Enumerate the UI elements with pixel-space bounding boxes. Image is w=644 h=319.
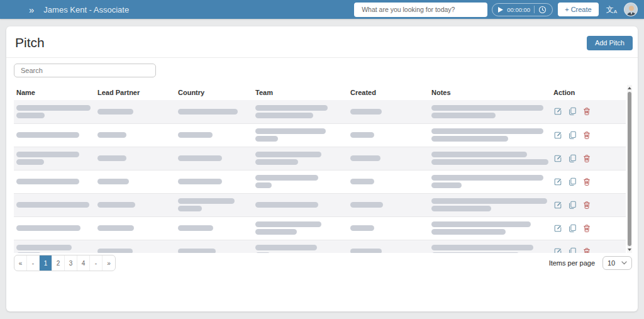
- search-input[interactable]: [14, 64, 156, 77]
- cell-country: [175, 147, 253, 170]
- app-root: » James Kent - Associate 00:00:00 + Crea…: [0, 0, 644, 311]
- skeleton-bar: [350, 132, 374, 138]
- cell-created: [348, 170, 429, 193]
- translate-icon[interactable]: 文A: [606, 6, 617, 13]
- skeleton-bar: [97, 179, 129, 184]
- skeleton-bar: [16, 105, 91, 111]
- edit-icon[interactable]: [553, 154, 562, 163]
- cell-created: [348, 100, 429, 123]
- skeleton-bar: [178, 132, 213, 138]
- skeleton-bar: [255, 136, 278, 142]
- page-4-button[interactable]: 4: [77, 255, 90, 271]
- timer-divider: [534, 6, 535, 13]
- table-row: [14, 216, 626, 240]
- skeleton-bar: [431, 113, 496, 118]
- cell-name: [14, 123, 95, 147]
- copy-icon[interactable]: [568, 247, 577, 254]
- cell-team: [253, 123, 348, 147]
- skeleton-bar: [431, 128, 543, 134]
- skeleton-bar: [255, 175, 318, 181]
- scroll-down-arrow[interactable]: [628, 249, 631, 251]
- copy-icon[interactable]: [568, 177, 577, 186]
- sidebar-expand-icon[interactable]: »: [29, 5, 33, 14]
- prev-page-button[interactable]: -: [27, 255, 40, 271]
- skeleton-bar: [178, 179, 222, 184]
- page-1-button[interactable]: 1: [40, 255, 52, 271]
- chevron-down-icon: [621, 261, 627, 265]
- create-button[interactable]: + Create: [558, 3, 599, 16]
- cell-name: [14, 100, 95, 123]
- cell-country: [175, 123, 253, 147]
- delete-icon[interactable]: [582, 154, 591, 163]
- cell-notes: [429, 100, 551, 123]
- edit-icon[interactable]: [553, 131, 562, 140]
- scroll-thumb[interactable]: [628, 92, 631, 246]
- skeleton-bar: [431, 152, 527, 157]
- cell-action: [551, 216, 626, 240]
- page-3-button[interactable]: 3: [65, 255, 77, 271]
- delete-icon[interactable]: [582, 224, 591, 233]
- copy-icon[interactable]: [568, 201, 577, 210]
- next-page-button[interactable]: -: [90, 255, 103, 271]
- copy-icon[interactable]: [568, 131, 577, 140]
- add-pitch-button[interactable]: Add Pitch: [587, 36, 633, 50]
- global-search-input[interactable]: [354, 3, 487, 17]
- first-page-button[interactable]: «: [14, 255, 27, 271]
- copy-icon[interactable]: [568, 224, 577, 233]
- page-2-button[interactable]: 2: [52, 255, 65, 271]
- clock-icon[interactable]: [538, 6, 547, 14]
- scroll-up-arrow[interactable]: [628, 87, 631, 89]
- edit-icon[interactable]: [553, 247, 562, 254]
- cell-country: [175, 193, 253, 216]
- copy-icon[interactable]: [568, 154, 577, 163]
- delete-icon[interactable]: [582, 177, 591, 186]
- edit-icon[interactable]: [553, 201, 562, 210]
- cell-notes: [429, 123, 551, 147]
- items-per-page-select[interactable]: 10: [602, 256, 632, 270]
- skeleton-bar: [16, 159, 44, 165]
- skeleton-bar: [350, 179, 374, 184]
- cell-lead-partner: [95, 193, 175, 216]
- delete-icon[interactable]: [582, 201, 591, 210]
- edit-icon[interactable]: [553, 107, 562, 116]
- copy-icon[interactable]: [568, 107, 577, 116]
- table-row: [14, 147, 626, 170]
- cell-created: [348, 193, 429, 216]
- last-page-button[interactable]: »: [103, 255, 115, 271]
- column-header-country: Country: [175, 85, 253, 100]
- skeleton-bar: [16, 113, 45, 118]
- edit-icon[interactable]: [553, 177, 562, 186]
- cell-country: [175, 170, 253, 193]
- table-scrollbar[interactable]: [627, 85, 632, 253]
- skeleton-bar: [255, 221, 321, 227]
- cell-team: [253, 240, 348, 253]
- skeleton-bar: [255, 152, 321, 157]
- table-viewport: NameLead PartnerCountryTeamCreatedNotesA…: [14, 85, 626, 253]
- skeleton-bar: [16, 179, 79, 184]
- cell-team: [253, 216, 348, 240]
- delete-icon[interactable]: [582, 107, 591, 116]
- card-header: Pitch Add Pitch: [6, 26, 638, 50]
- cell-country: [175, 240, 253, 253]
- skeleton-bar: [97, 109, 133, 115]
- skeleton-bar: [16, 225, 80, 231]
- cell-action: [551, 147, 626, 170]
- skeleton-bar: [16, 202, 89, 208]
- timer-value: 00:00:00: [507, 6, 530, 13]
- edit-icon[interactable]: [553, 224, 562, 233]
- cell-created: [348, 123, 429, 147]
- delete-icon[interactable]: [582, 131, 591, 140]
- skeleton-bar: [255, 245, 317, 250]
- skeleton-bar: [431, 245, 533, 250]
- delete-icon[interactable]: [582, 247, 591, 254]
- skeleton-bar: [255, 113, 313, 118]
- column-header-name: Name: [14, 85, 95, 100]
- timer-button[interactable]: 00:00:00: [492, 3, 553, 16]
- cell-name: [14, 240, 95, 253]
- cell-country: [175, 100, 253, 123]
- table-footer: «-1234-» Items per page 10: [14, 255, 632, 271]
- user-avatar[interactable]: [624, 3, 638, 16]
- skeleton-bar: [431, 136, 508, 142]
- cell-lead-partner: [95, 147, 175, 170]
- skeleton-bar: [178, 155, 222, 161]
